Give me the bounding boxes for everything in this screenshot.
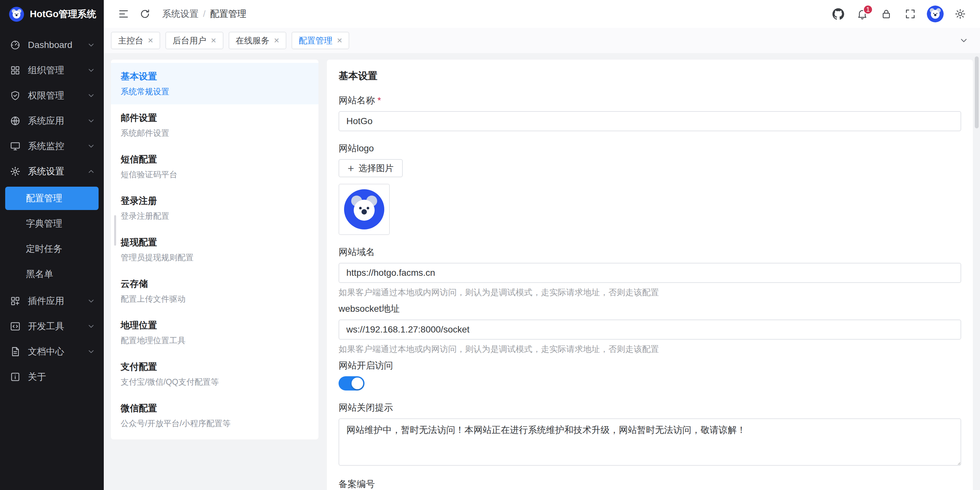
refresh-button[interactable]: [135, 5, 154, 23]
expand-icon: [904, 8, 916, 20]
avatar[interactable]: [927, 5, 944, 22]
sidebar-subitem-label: 黑名单: [26, 268, 53, 280]
breadcrumb-parent[interactable]: 系统设置: [162, 8, 199, 20]
info-icon: [10, 371, 21, 382]
sidebar-subitem-config-management[interactable]: 配置管理: [5, 187, 99, 210]
app-logo[interactable]: HotGo管理系统: [0, 0, 104, 29]
reload-icon: [139, 8, 151, 20]
main-area: 系统设置 / 配置管理 1 主控台 × 后台用户 × 在线服务 ×: [104, 0, 980, 490]
settings-nav-item-payment[interactable]: 支付配置 支付宝/微信/QQ支付配置等: [111, 353, 318, 395]
breadcrumb: 系统设置 / 配置管理: [162, 8, 247, 20]
shield-icon: [10, 90, 21, 101]
tab-config-management[interactable]: 配置管理 ×: [291, 32, 349, 49]
close-icon[interactable]: ×: [337, 36, 342, 45]
dashboard-icon: [10, 40, 21, 51]
settings-nav-title: 微信配置: [121, 402, 309, 414]
sidebar-item-system-apps[interactable]: 系统应用: [0, 108, 104, 133]
sidebar-subitem-label: 定时任务: [26, 243, 62, 255]
settings-nav-subtitle: 短信验证码平台: [121, 169, 309, 180]
settings-nav-subtitle: 登录注册配置: [121, 211, 309, 221]
sidebar-item-label: 组织管理: [28, 64, 80, 76]
site-name-label: 网站名称 *: [339, 94, 961, 106]
close-tip-textarea[interactable]: 网站维护中，暂时无法访问！本网站正在进行系统维护和技术升级，网站暂时无法访问，敬…: [339, 419, 961, 466]
sidebar-item-label: 开发工具: [28, 320, 80, 333]
site-domain-field: 网站域名 如果客户端通过本地或内网访问，则认为是调试模式，走实际请求地址，否则走…: [339, 246, 961, 298]
websocket-help: 如果客户端通过本地或内网访问，则认为是调试模式，走实际请求地址，否则走该配置: [339, 344, 961, 355]
websocket-field: websocket地址 如果客户端通过本地或内网访问，则认为是调试模式，走实际请…: [339, 303, 961, 355]
gear-icon: [955, 8, 966, 20]
site-domain-help: 如果客户端通过本地或内网访问，则认为是调试模式，走实际请求地址，否则走该配置: [339, 287, 961, 298]
menu-fold-icon: [118, 8, 129, 20]
app-logo-icon: [9, 7, 24, 22]
sidebar-item-organization[interactable]: 组织管理: [0, 58, 104, 83]
settings-nav-title: 短信配置: [121, 153, 309, 166]
chevron-down-icon: [87, 41, 95, 49]
puzzle-icon: [10, 295, 21, 306]
settings-nav-item-email[interactable]: 邮件设置 系统邮件设置: [111, 105, 318, 146]
sidebar: HotGo管理系统 Dashboard 组织管理 权限管理 系统应用 系统监控: [0, 0, 104, 490]
site-logo-preview[interactable]: [339, 184, 390, 235]
settings-nav-item-geo[interactable]: 地理位置 配置地理位置工具: [111, 312, 318, 353]
notifications-button[interactable]: 1: [853, 5, 872, 23]
page-scrollbar-thumb[interactable]: [975, 56, 979, 128]
lock-screen-button[interactable]: [877, 5, 896, 23]
sidebar-subitem-label: 配置管理: [26, 192, 62, 205]
tab-options-button[interactable]: [955, 32, 973, 49]
settings-button[interactable]: [951, 5, 970, 23]
chevron-down-icon: [87, 297, 95, 305]
sidebar-item-system-settings[interactable]: 系统设置: [0, 159, 104, 184]
close-icon[interactable]: ×: [274, 36, 279, 45]
top-header: 系统设置 / 配置管理 1: [104, 0, 980, 28]
field-label-text: 网站名称: [339, 94, 375, 106]
notification-badge: 1: [863, 5, 873, 14]
tab-console[interactable]: 主控台 ×: [111, 32, 160, 49]
document-icon: [10, 346, 21, 357]
site-logo-label: 网站logo: [339, 142, 961, 155]
close-icon[interactable]: ×: [148, 36, 153, 45]
site-domain-input[interactable]: [339, 263, 961, 283]
sidebar-item-system-monitor[interactable]: 系统监控: [0, 133, 104, 159]
basic-settings-form-card: 基本设置 网站名称 * 网站logo + 选择图片 网站域名: [327, 60, 973, 490]
websocket-input[interactable]: [339, 320, 961, 339]
site-access-toggle[interactable]: [339, 376, 364, 390]
chevron-down-icon: [959, 36, 969, 45]
sidebar-subitem-blacklist[interactable]: 黑名单: [5, 263, 99, 286]
settings-nav-item-wechat[interactable]: 微信配置 公众号/开放平台/小程序配置等: [111, 395, 318, 436]
sidebar-item-label: 系统应用: [28, 115, 80, 127]
settings-nav-item-cloud-storage[interactable]: 云存储 配置上传文件驱动: [111, 270, 318, 312]
settings-nav-subtitle: 支付宝/微信/QQ支付配置等: [121, 377, 309, 387]
sidebar-item-dashboard[interactable]: Dashboard: [0, 32, 104, 58]
chevron-down-icon: [87, 347, 95, 356]
site-name-input[interactable]: [339, 111, 961, 131]
settings-nav-item-basic[interactable]: 基本设置 系统常规设置: [111, 63, 318, 105]
site-access-field: 网站开启访问: [339, 359, 961, 390]
avatar-logo-icon: [927, 5, 944, 22]
sidebar-subitem-dictionary[interactable]: 字典管理: [5, 212, 99, 235]
sidebar-item-plugins[interactable]: 插件应用: [0, 289, 104, 314]
breadcrumb-current: 配置管理: [210, 8, 247, 20]
form-title: 基本设置: [339, 69, 961, 82]
sidebar-collapse-button[interactable]: [114, 5, 133, 23]
fullscreen-button[interactable]: [901, 5, 920, 23]
tab-admin-users[interactable]: 后台用户 ×: [165, 32, 223, 49]
settings-nav-subtitle: 系统邮件设置: [121, 128, 309, 138]
github-button[interactable]: [829, 5, 848, 23]
scrollbar-thumb[interactable]: [114, 215, 116, 246]
close-icon[interactable]: ×: [211, 36, 216, 45]
settings-nav-item-withdraw[interactable]: 提现配置 管理员提现规则配置: [111, 229, 318, 270]
settings-nav-card: 基本设置 系统常规设置 邮件设置 系统邮件设置 短信配置 短信验证码平台 登录注…: [111, 60, 318, 439]
sidebar-item-docs[interactable]: 文档中心: [0, 339, 104, 364]
settings-nav-subtitle: 系统常规设置: [121, 86, 309, 97]
sidebar-subitem-cron-tasks[interactable]: 定时任务: [5, 237, 99, 260]
sidebar-item-label: Dashboard: [28, 40, 80, 50]
settings-nav-item-sms[interactable]: 短信配置 短信验证码平台: [111, 146, 318, 187]
sidebar-item-about[interactable]: 关于: [0, 364, 104, 390]
sidebar-item-dev-tools[interactable]: 开发工具: [0, 314, 104, 339]
tab-label: 主控台: [118, 35, 143, 46]
select-image-button[interactable]: + 选择图片: [339, 159, 403, 177]
sidebar-item-permissions[interactable]: 权限管理: [0, 83, 104, 108]
settings-nav-title: 地理位置: [121, 319, 309, 331]
settings-nav-subtitle: 配置上传文件驱动: [121, 293, 309, 304]
settings-nav-item-login[interactable]: 登录注册 登录注册配置: [111, 187, 318, 229]
tab-online-service[interactable]: 在线服务 ×: [229, 32, 286, 49]
